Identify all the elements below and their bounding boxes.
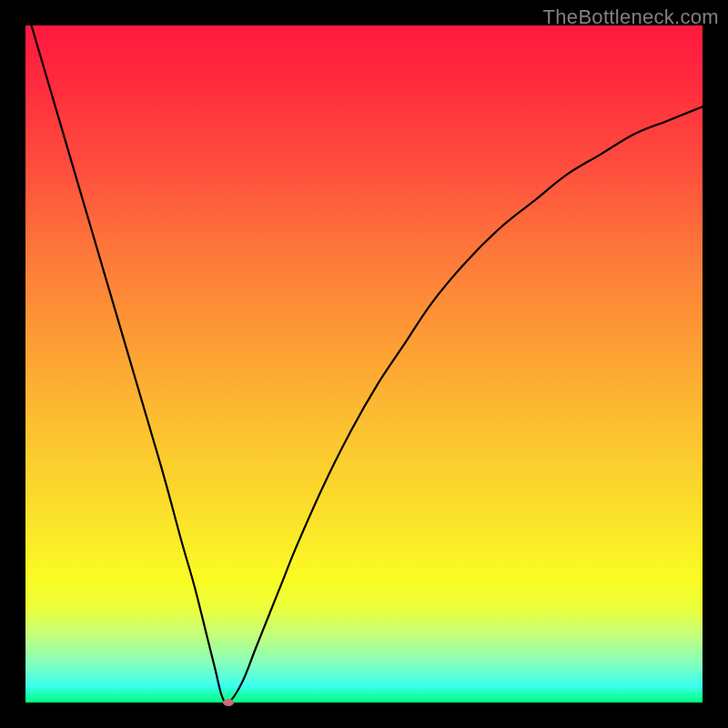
watermark-text: TheBottleneck.com	[543, 5, 719, 29]
bottleneck-curve	[25, 25, 703, 703]
chart-frame	[25, 25, 703, 703]
optimal-point-marker	[223, 699, 234, 706]
